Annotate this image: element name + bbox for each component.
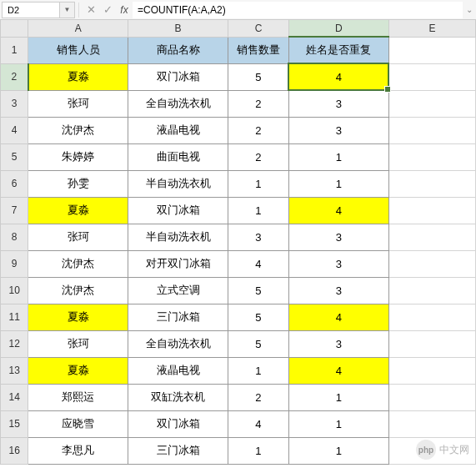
cell-salesperson[interactable]: 夏淼 [28,197,128,224]
row-header[interactable]: 13 [1,357,28,384]
row-header[interactable]: 12 [1,330,28,357]
cell-product[interactable]: 双门冰箱 [128,410,228,437]
cell-duplicate-count[interactable]: 1 [288,384,388,410]
header-cell-a[interactable]: 销售人员 [28,37,128,63]
row-header[interactable]: 9 [1,250,28,277]
column-header-b[interactable]: B [128,20,228,37]
column-header-e[interactable]: E [388,20,475,37]
row-header[interactable]: 3 [1,90,28,117]
cell-quantity[interactable]: 5 [228,304,289,330]
cell-quantity[interactable]: 5 [228,330,289,357]
cell-duplicate-count[interactable]: 3 [288,90,388,117]
cell-duplicate-count[interactable]: 1 [288,437,388,464]
cell-salesperson[interactable]: 朱婷婷 [28,143,128,170]
empty-cell[interactable] [388,330,475,357]
cell-duplicate-count[interactable]: 3 [288,117,388,143]
cell-salesperson[interactable]: 夏淼 [28,357,128,384]
cell-salesperson[interactable]: 夏淼 [28,304,128,330]
empty-cell[interactable] [388,410,475,437]
cell-duplicate-count[interactable]: 3 [288,224,388,250]
cell-product[interactable]: 半自动洗衣机 [128,224,228,250]
cell-product[interactable]: 双门冰箱 [128,63,228,90]
cell-quantity[interactable]: 3 [228,224,289,250]
column-header-a[interactable]: A [28,20,128,37]
cell-product[interactable]: 曲面电视 [128,143,228,170]
row-header[interactable]: 2 [1,63,28,90]
cell-product[interactable]: 对开双门冰箱 [128,250,228,277]
cell-product[interactable]: 半自动洗衣机 [128,170,228,197]
cell-salesperson[interactable]: 沈伊杰 [28,250,128,277]
cell-duplicate-count[interactable]: 4 [288,197,388,224]
row-header[interactable]: 6 [1,170,28,197]
cell-duplicate-count[interactable]: 3 [288,277,388,304]
cell-quantity[interactable]: 2 [228,117,289,143]
row-header[interactable]: 8 [1,224,28,250]
formula-input[interactable]: =COUNTIF(A:A,A2) [133,2,463,18]
cell-quantity[interactable]: 1 [228,170,289,197]
empty-cell[interactable] [388,224,475,250]
cell-quantity[interactable]: 2 [228,143,289,170]
cell-product[interactable]: 液晶电视 [128,117,228,143]
row-header[interactable]: 11 [1,304,28,330]
empty-cell[interactable] [388,170,475,197]
fx-icon[interactable]: fx [116,2,133,18]
row-header[interactable]: 7 [1,197,28,224]
cell-duplicate-count[interactable]: 4 [288,357,388,384]
cell-salesperson[interactable]: 应晓雪 [28,410,128,437]
empty-cell[interactable] [388,90,475,117]
row-header[interactable]: 16 [1,437,28,464]
cell-duplicate-count[interactable]: 4 [288,63,388,90]
empty-cell[interactable] [388,384,475,410]
formula-expand-icon[interactable]: ⌄ [463,2,476,18]
cell-duplicate-count[interactable]: 3 [288,330,388,357]
cell-salesperson[interactable]: 李思凡 [28,437,128,464]
cell-salesperson[interactable]: 沈伊杰 [28,117,128,143]
cell-quantity[interactable]: 1 [228,357,289,384]
cell-duplicate-count[interactable]: 4 [288,304,388,330]
cell-quantity[interactable]: 5 [228,63,289,90]
empty-cell[interactable] [388,197,475,224]
cell-salesperson[interactable]: 张珂 [28,330,128,357]
cell-salesperson[interactable]: 夏淼 [28,63,128,90]
cell-salesperson[interactable]: 张珂 [28,224,128,250]
empty-cell[interactable] [388,277,475,304]
header-cell-d[interactable]: 姓名是否重复 [288,37,388,63]
column-header-d[interactable]: D [288,20,388,37]
cell-duplicate-count[interactable]: 1 [288,410,388,437]
confirm-icon[interactable]: ✓ [99,2,116,18]
cell-product[interactable]: 三门冰箱 [128,304,228,330]
cell-quantity[interactable]: 4 [228,410,289,437]
cell-quantity[interactable]: 1 [228,197,289,224]
cell-quantity[interactable]: 5 [228,277,289,304]
cell-salesperson[interactable]: 张珂 [28,90,128,117]
cell-product[interactable]: 全自动洗衣机 [128,90,228,117]
row-header[interactable]: 5 [1,143,28,170]
row-header[interactable]: 15 [1,410,28,437]
cell-quantity[interactable]: 2 [228,90,289,117]
empty-cell[interactable] [388,143,475,170]
cell-quantity[interactable]: 4 [228,250,289,277]
name-box[interactable]: D2 [2,2,60,18]
cell-product[interactable]: 液晶电视 [128,357,228,384]
cell-quantity[interactable]: 2 [228,384,289,410]
row-header[interactable]: 10 [1,277,28,304]
cell-duplicate-count[interactable]: 1 [288,170,388,197]
cell-duplicate-count[interactable]: 1 [288,143,388,170]
cell-product[interactable]: 双缸洗衣机 [128,384,228,410]
cell-salesperson[interactable]: 沈伊杰 [28,277,128,304]
cell-product[interactable]: 全自动洗衣机 [128,330,228,357]
header-cell-c[interactable]: 销售数量 [228,37,289,63]
cell-product[interactable]: 双门冰箱 [128,197,228,224]
row-header[interactable]: 4 [1,117,28,143]
empty-cell[interactable] [388,304,475,330]
select-all-cell[interactable] [1,20,28,37]
cell-product[interactable]: 三门冰箱 [128,437,228,464]
column-header-c[interactable]: C [228,20,289,37]
cell-duplicate-count[interactable]: 3 [288,250,388,277]
empty-cell[interactable] [388,117,475,143]
header-cell-b[interactable]: 商品名称 [128,37,228,63]
empty-cell[interactable] [388,250,475,277]
cell-quantity[interactable]: 1 [228,437,289,464]
cancel-icon[interactable]: ✕ [83,2,99,18]
empty-cell[interactable] [388,357,475,384]
